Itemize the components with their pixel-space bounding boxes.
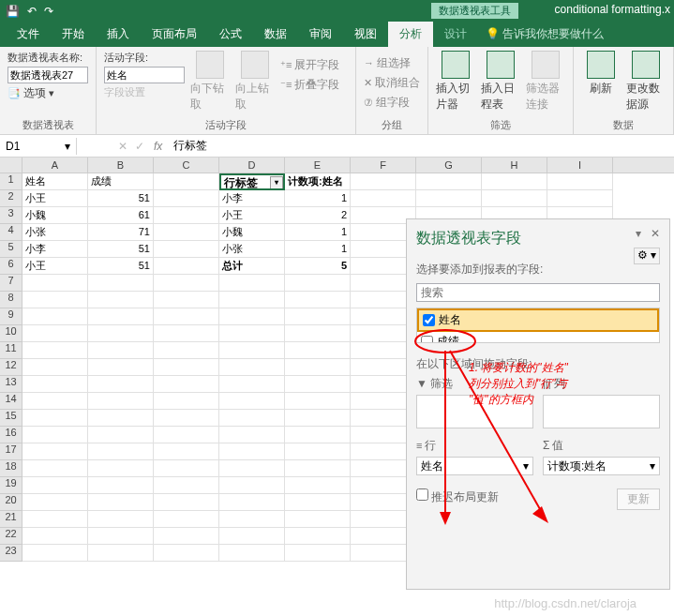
chevron-down-icon[interactable]: ▾ [65, 140, 70, 153]
cell[interactable] [285, 460, 351, 477]
cell[interactable] [22, 477, 88, 494]
tell-me[interactable]: 💡 告诉我你想要做什么 [478, 22, 611, 47]
cell[interactable] [285, 477, 351, 494]
cell[interactable] [219, 477, 285, 494]
row-header[interactable]: 4 [0, 224, 22, 241]
field-item-score[interactable]: 成绩 [417, 332, 659, 343]
field-search-input[interactable] [416, 283, 660, 302]
cell[interactable] [154, 325, 219, 342]
cell[interactable] [285, 359, 351, 376]
cell[interactable] [88, 359, 154, 376]
cell[interactable]: 小李 [219, 190, 285, 207]
cell[interactable] [154, 241, 219, 258]
rows-field-item[interactable]: 姓名▾ [416, 457, 533, 475]
cell[interactable] [22, 494, 88, 511]
cell[interactable] [154, 342, 219, 359]
cell[interactable] [22, 443, 88, 460]
cell[interactable] [154, 292, 219, 308]
cell[interactable]: 51 [88, 241, 154, 258]
tab-layout[interactable]: 页面布局 [141, 22, 208, 47]
row-header[interactable]: 22 [0, 528, 22, 545]
cell[interactable] [22, 342, 88, 359]
values-field-item[interactable]: 计数项:姓名▾ [543, 457, 660, 475]
cell[interactable]: 1 [285, 190, 351, 207]
save-icon[interactable]: 💾 [6, 5, 20, 18]
cell[interactable]: 小张 [219, 241, 285, 258]
col-header[interactable]: H [482, 158, 547, 173]
col-header[interactable]: D [219, 158, 285, 173]
cell[interactable] [219, 308, 285, 325]
chevron-down-icon[interactable]: ▾ [650, 459, 655, 473]
cell[interactable]: 计数项:姓名 [285, 173, 351, 190]
cell[interactable] [416, 173, 482, 190]
cell[interactable] [285, 342, 351, 359]
cell[interactable]: 1 [285, 224, 351, 241]
tab-insert[interactable]: 插入 [96, 22, 141, 47]
chevron-down-icon[interactable]: ▾ [523, 459, 529, 473]
cell[interactable] [285, 427, 351, 443]
row-header[interactable]: 17 [0, 443, 22, 460]
ungroup-button[interactable]: ✕ 取消组合 [364, 74, 420, 92]
cell[interactable] [22, 410, 88, 427]
cell[interactable] [22, 308, 88, 325]
cell[interactable]: 61 [88, 207, 154, 224]
cell[interactable] [88, 308, 154, 325]
cell[interactable] [154, 511, 219, 528]
cell[interactable] [22, 376, 88, 393]
active-field-input[interactable] [104, 67, 185, 83]
cell[interactable] [154, 275, 219, 292]
row-header[interactable]: 11 [0, 342, 22, 359]
cell[interactable] [219, 427, 285, 443]
col-header[interactable]: I [547, 158, 613, 173]
cell[interactable]: 小李 [22, 241, 88, 258]
cell[interactable] [22, 460, 88, 477]
cell[interactable] [22, 275, 88, 292]
cell[interactable] [154, 308, 219, 325]
cell[interactable] [88, 443, 154, 460]
cell[interactable] [88, 477, 154, 494]
cell[interactable] [154, 393, 219, 410]
cell[interactable] [88, 325, 154, 342]
cell[interactable] [219, 275, 285, 292]
cell[interactable] [154, 427, 219, 443]
cell[interactable] [351, 173, 416, 190]
col-header[interactable]: C [154, 158, 219, 173]
row-header[interactable]: 1 [0, 173, 22, 190]
row-header[interactable]: 18 [0, 460, 22, 477]
cell[interactable] [154, 224, 219, 241]
cell[interactable] [219, 359, 285, 376]
cell[interactable] [285, 410, 351, 427]
insert-timeline-button[interactable]: 插入日程表 [481, 51, 520, 113]
area-columns[interactable]: ||| 列 [543, 376, 660, 428]
cell[interactable] [219, 376, 285, 393]
row-header[interactable]: 12 [0, 359, 22, 376]
cell[interactable]: 2 [285, 207, 351, 224]
row-header[interactable]: 15 [0, 410, 22, 427]
cell[interactable]: 小王 [22, 258, 88, 275]
row-header[interactable]: 8 [0, 292, 22, 308]
pivot-options-button[interactable]: 📑 选项 ▾ [7, 85, 88, 101]
cell[interactable]: 51 [88, 258, 154, 275]
tab-home[interactable]: 开始 [51, 22, 96, 47]
cell[interactable]: 71 [88, 224, 154, 241]
cell[interactable] [154, 173, 219, 190]
defer-checkbox[interactable] [416, 488, 428, 501]
cell[interactable]: 小王 [22, 190, 88, 207]
cell[interactable] [154, 528, 219, 545]
col-header[interactable]: G [416, 158, 482, 173]
cell[interactable] [88, 511, 154, 528]
cell[interactable] [219, 410, 285, 427]
cell[interactable] [219, 460, 285, 477]
field-settings-button[interactable]: 字段设置 [104, 85, 185, 99]
group-select-button[interactable]: → 组选择 [364, 54, 420, 72]
cell[interactable] [285, 275, 351, 292]
area-rows[interactable]: ≡ 行 姓名▾ [416, 438, 533, 475]
cell[interactable]: 1 [285, 241, 351, 258]
insert-slicer-button[interactable]: 插入切片器 [436, 51, 475, 113]
cell[interactable] [88, 342, 154, 359]
tab-view[interactable]: 视图 [343, 22, 388, 47]
cell[interactable]: 小魏 [219, 224, 285, 241]
cell[interactable] [22, 545, 88, 562]
cell[interactable] [285, 325, 351, 342]
cell[interactable]: 5 [285, 258, 351, 275]
